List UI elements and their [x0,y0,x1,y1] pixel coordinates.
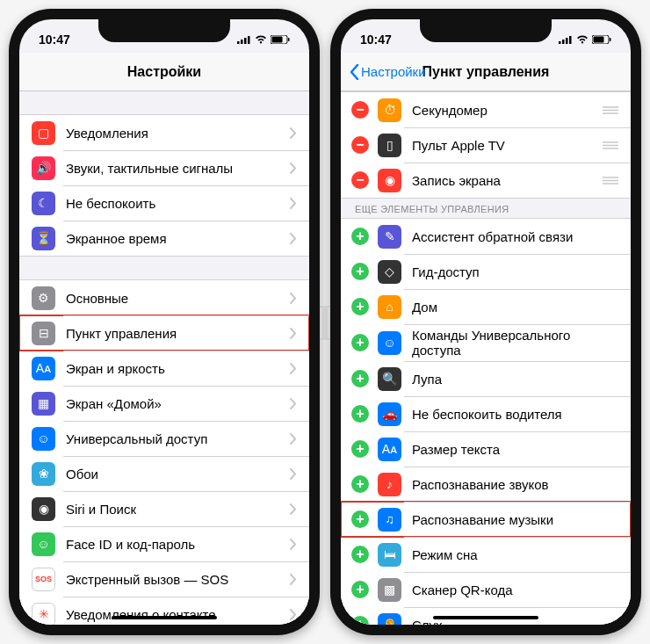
settings-row-dnd[interactable]: ☾Не беспокоить [19,185,309,221]
drag-handle-icon[interactable] [603,137,618,153]
chevron-right-icon [290,198,297,209]
add-button[interactable]: + [351,475,369,493]
wifi-icon [255,35,267,44]
home-indicator[interactable] [433,616,538,619]
row-label: Команды Универсального доступа [412,328,618,358]
settings-row-faceid[interactable]: ☺Face ID и код-пароль [19,526,309,561]
cc-row-magnifier[interactable]: +🔍Лупа [341,361,631,396]
add-button[interactable]: + [351,510,369,528]
cc-row-music-recognition[interactable]: +♫Распознавание музыки [341,502,631,537]
settings-row-wallpaper[interactable]: ❀Обои [19,456,309,491]
chevron-right-icon [290,127,297,139]
row-label: Секундомер [412,103,603,118]
back-button[interactable]: Настройки [350,64,426,80]
home-indicator[interactable] [112,616,217,619]
cc-row-text-size[interactable]: +AᴀРазмер текста [341,431,631,467]
signal-icon [237,35,251,44]
add-button[interactable]: + [351,616,369,625]
remove-button[interactable]: − [351,101,369,119]
cc-row-sound-recognition[interactable]: +♪Распознавание звуков [341,467,631,502]
sleep-icon: 🛏 [378,543,401,567]
svg-rect-1 [241,40,243,44]
svg-rect-8 [562,40,565,44]
cc-row-appletv-remote[interactable]: −▯Пульт Apple TV [341,127,631,163]
nav-bar: Настройки Пункт управления [341,53,631,91]
settings-row-display[interactable]: AᴀЭкран и яркость [19,351,309,386]
notch [420,19,552,42]
chevron-right-icon [290,398,297,409]
wallpaper-icon: ❀ [32,462,55,486]
add-button[interactable]: + [351,440,369,458]
music-recognition-icon: ♫ [378,508,401,532]
settings-list[interactable]: ▢Уведомления🔊Звуки, тактильные сигналы☾Н… [19,91,309,625]
row-label: Запись экрана [412,173,603,188]
settings-row-sounds[interactable]: 🔊Звуки, тактильные сигналы [19,150,309,185]
drag-handle-icon[interactable] [603,172,618,188]
row-label: Уведомления [66,126,290,141]
row-label: Лупа [412,372,618,387]
cc-row-stopwatch[interactable]: −⏱Секундомер [341,92,631,127]
phone-left: 10:47 Настройки ▢Уведомления🔊Звуки, такт… [9,9,320,635]
svg-rect-6 [288,38,290,41]
sounds-icon: 🔊 [32,156,55,180]
settings-row-sos[interactable]: SOSЭкстренный вызов — SOS [19,561,309,597]
row-label: Не беспокоить [66,196,290,211]
add-button[interactable]: + [351,334,369,351]
chevron-right-icon [290,293,297,304]
add-button[interactable]: + [351,546,369,563]
settings-row-control-center[interactable]: ⊟Пункт управления [19,315,309,351]
add-button[interactable]: + [351,228,369,245]
add-button[interactable]: + [351,263,369,280]
svg-rect-10 [569,36,572,44]
page-title: Настройки [127,64,201,80]
settings-row-notifications[interactable]: ▢Уведомления [19,115,309,150]
add-button[interactable]: + [351,405,369,423]
row-label: Дом [412,300,618,315]
cc-row-feedback[interactable]: +✎Ассистент обратной связи [341,219,631,254]
chevron-right-icon [290,574,297,585]
remove-button[interactable]: − [351,136,369,154]
settings-row-screentime[interactable]: ⏳Экранное время [19,221,309,256]
stopwatch-icon: ⏱ [378,98,401,122]
feedback-icon: ✎ [378,225,401,249]
row-label: Распознавание музыки [412,512,618,527]
battery-icon [271,35,290,44]
siri-icon: ◉ [32,497,55,521]
cc-row-a11y-shortcuts[interactable]: +☺Команды Универсального доступа [341,324,631,361]
settings-row-general[interactable]: ⚙Основные [19,280,309,315]
settings-row-exposure[interactable]: ✳Уведомления о контакте [19,597,309,625]
cc-row-guided-access[interactable]: +◇Гид-доступ [341,254,631,289]
cc-row-screen-record[interactable]: −◉Запись экрана [341,163,631,198]
row-label: Siri и Поиск [66,502,290,517]
status-time: 10:47 [360,33,392,47]
text-size-icon: Aᴀ [378,438,401,461]
row-label: Экран и яркость [66,361,290,376]
cc-row-qr-scanner[interactable]: +▩Сканер QR-кода [341,572,631,607]
chevron-right-icon [290,609,297,620]
svg-rect-9 [566,38,568,44]
chevron-right-icon [290,233,297,244]
chevron-right-icon [290,163,297,174]
status-time: 10:47 [39,33,70,47]
settings-row-home-screen[interactable]: ▦Экран «Домой» [19,386,309,421]
add-button[interactable]: + [351,581,369,598]
settings-row-accessibility[interactable]: ☺Универсальный доступ [19,421,309,456]
add-button[interactable]: + [351,370,369,387]
cc-row-home[interactable]: +⌂Дом [341,289,631,324]
notifications-icon: ▢ [32,121,55,145]
add-button[interactable]: + [351,298,369,315]
drag-handle-icon[interactable] [603,102,618,118]
cc-row-car-dnd[interactable]: +🚗Не беспокоить водителя [341,396,631,431]
row-label: Размер текста [412,442,618,457]
row-label: Звуки, тактильные сигналы [66,161,290,176]
notch [98,19,230,42]
svg-rect-12 [594,37,604,43]
display-icon: Aᴀ [32,357,55,380]
battery-icon [592,35,611,44]
page-title: Пункт управления [422,64,550,80]
row-label: Экран «Домой» [66,396,290,411]
cc-row-sleep[interactable]: +🛏Режим сна [341,537,631,572]
settings-row-siri[interactable]: ◉Siri и Поиск [19,491,309,526]
control-center-list[interactable]: −⏱Секундомер−▯Пульт Apple TV−◉Запись экр… [341,91,631,625]
remove-button[interactable]: − [351,171,369,189]
